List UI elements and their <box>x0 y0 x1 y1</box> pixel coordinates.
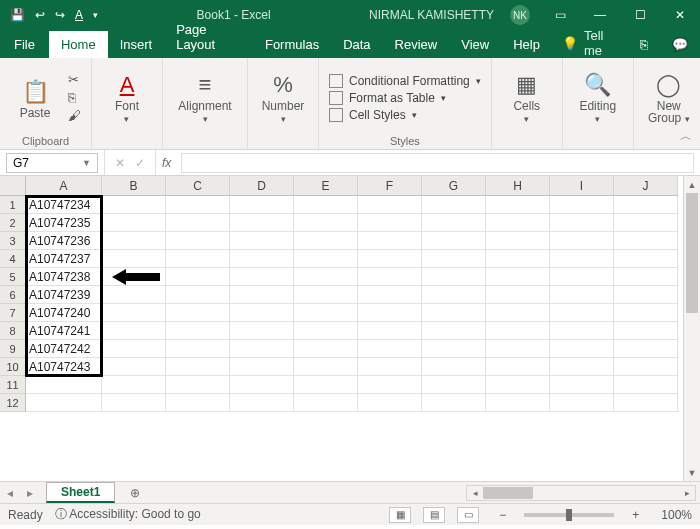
cell-G11[interactable] <box>422 376 486 394</box>
scroll-down-icon[interactable]: ▼ <box>684 464 700 481</box>
cell-A10[interactable]: A10747243 <box>26 358 102 376</box>
tab-view[interactable]: View <box>449 31 501 58</box>
zoom-in-icon[interactable]: + <box>632 508 639 522</box>
share-icon[interactable]: ⎘ <box>628 31 660 58</box>
row-header-9[interactable]: 9 <box>0 340 26 358</box>
col-header-B[interactable]: B <box>102 176 166 196</box>
cell-G3[interactable] <box>422 232 486 250</box>
cell-C7[interactable] <box>166 304 230 322</box>
horizontal-scrollbar[interactable]: ◂ ▸ <box>466 485 696 501</box>
cell-D6[interactable] <box>230 286 294 304</box>
cell-A1[interactable]: A10747234 <box>26 196 102 214</box>
cell-H1[interactable] <box>486 196 550 214</box>
cell-B1[interactable] <box>102 196 166 214</box>
col-header-J[interactable]: J <box>614 176 678 196</box>
col-header-E[interactable]: E <box>294 176 358 196</box>
cell-D10[interactable] <box>230 358 294 376</box>
cell-C2[interactable] <box>166 214 230 232</box>
sheet-nav-prev-icon[interactable]: ◂ <box>0 486 20 500</box>
cell-A12[interactable] <box>26 394 102 412</box>
cell-B2[interactable] <box>102 214 166 232</box>
cell-J7[interactable] <box>614 304 678 322</box>
format-as-table-button[interactable]: Format as Table ▾ <box>329 91 446 105</box>
cell-G2[interactable] <box>422 214 486 232</box>
cell-D2[interactable] <box>230 214 294 232</box>
cell-H8[interactable] <box>486 322 550 340</box>
cell-H10[interactable] <box>486 358 550 376</box>
scroll-left-icon[interactable]: ◂ <box>467 488 483 498</box>
conditional-formatting-button[interactable]: Conditional Formatting ▾ <box>329 74 481 88</box>
cell-C3[interactable] <box>166 232 230 250</box>
row-header-7[interactable]: 7 <box>0 304 26 322</box>
cell-J10[interactable] <box>614 358 678 376</box>
zoom-level[interactable]: 100% <box>661 508 692 522</box>
cell-I9[interactable] <box>550 340 614 358</box>
cell-I11[interactable] <box>550 376 614 394</box>
save-icon[interactable]: 💾 <box>10 8 25 22</box>
cell-H7[interactable] <box>486 304 550 322</box>
cell-F1[interactable] <box>358 196 422 214</box>
cell-E12[interactable] <box>294 394 358 412</box>
view-page-break-icon[interactable]: ▭ <box>457 507 479 523</box>
cell-F6[interactable] <box>358 286 422 304</box>
tab-home[interactable]: Home <box>49 31 108 58</box>
cell-D9[interactable] <box>230 340 294 358</box>
view-normal-icon[interactable]: ▦ <box>389 507 411 523</box>
fx-icon[interactable]: fx <box>156 156 177 170</box>
cell-E10[interactable] <box>294 358 358 376</box>
cell-I5[interactable] <box>550 268 614 286</box>
new-group-button[interactable]: ◯ NewGroup ▾ <box>644 70 694 125</box>
col-header-H[interactable]: H <box>486 176 550 196</box>
col-header-F[interactable]: F <box>358 176 422 196</box>
cell-C10[interactable] <box>166 358 230 376</box>
cell-F9[interactable] <box>358 340 422 358</box>
cell-G1[interactable] <box>422 196 486 214</box>
font-button[interactable]: A Font▾ <box>102 70 152 125</box>
cell-F12[interactable] <box>358 394 422 412</box>
row-header-11[interactable]: 11 <box>0 376 26 394</box>
cell-C11[interactable] <box>166 376 230 394</box>
alignment-button[interactable]: ≡ Alignment▾ <box>173 70 237 125</box>
cell-I7[interactable] <box>550 304 614 322</box>
close-icon[interactable]: ✕ <box>660 0 700 30</box>
minimize-icon[interactable]: — <box>580 0 620 30</box>
col-header-I[interactable]: I <box>550 176 614 196</box>
zoom-thumb[interactable] <box>566 509 572 521</box>
cell-J9[interactable] <box>614 340 678 358</box>
cell-E5[interactable] <box>294 268 358 286</box>
cell-D8[interactable] <box>230 322 294 340</box>
cell-F10[interactable] <box>358 358 422 376</box>
sheet-tab-sheet1[interactable]: Sheet1 <box>46 482 115 503</box>
vertical-scrollbar[interactable]: ▲ ▼ <box>683 176 700 481</box>
cell-H3[interactable] <box>486 232 550 250</box>
tab-file[interactable]: File <box>0 31 49 58</box>
cell-D12[interactable] <box>230 394 294 412</box>
tab-review[interactable]: Review <box>383 31 450 58</box>
cell-J5[interactable] <box>614 268 678 286</box>
cell-C1[interactable] <box>166 196 230 214</box>
undo-icon[interactable]: ↩ <box>35 8 45 22</box>
cancel-formula-icon[interactable]: ✕ <box>115 156 125 170</box>
cut-icon[interactable]: ✂ <box>68 72 81 87</box>
cell-A4[interactable]: A10747237 <box>26 250 102 268</box>
cell-F7[interactable] <box>358 304 422 322</box>
cell-A3[interactable]: A10747236 <box>26 232 102 250</box>
cell-J11[interactable] <box>614 376 678 394</box>
cell-A6[interactable]: A10747239 <box>26 286 102 304</box>
ribbon-options-icon[interactable]: ▭ <box>540 0 580 30</box>
cell-I4[interactable] <box>550 250 614 268</box>
cell-A9[interactable]: A10747242 <box>26 340 102 358</box>
formula-input[interactable] <box>181 153 694 173</box>
view-page-layout-icon[interactable]: ▤ <box>423 507 445 523</box>
cell-C8[interactable] <box>166 322 230 340</box>
cell-B12[interactable] <box>102 394 166 412</box>
cell-B3[interactable] <box>102 232 166 250</box>
cell-E1[interactable] <box>294 196 358 214</box>
cell-E3[interactable] <box>294 232 358 250</box>
cell-G12[interactable] <box>422 394 486 412</box>
cell-F2[interactable] <box>358 214 422 232</box>
cell-A7[interactable]: A10747240 <box>26 304 102 322</box>
tab-insert[interactable]: Insert <box>108 31 165 58</box>
cell-C6[interactable] <box>166 286 230 304</box>
cell-C5[interactable] <box>166 268 230 286</box>
